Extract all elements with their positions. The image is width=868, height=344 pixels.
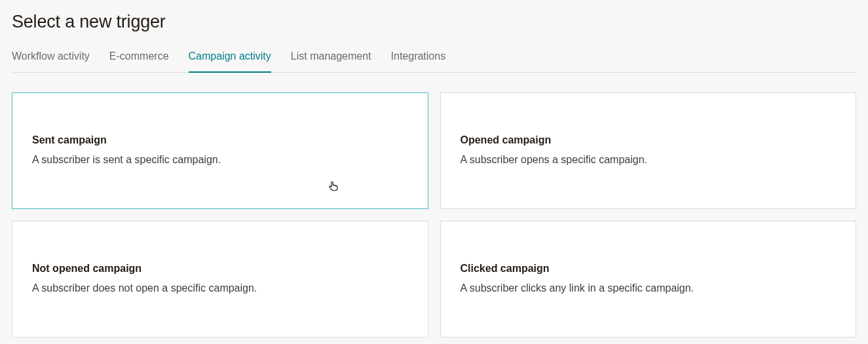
tab-list-management[interactable]: List management — [291, 50, 371, 73]
card-description: A subscriber opens a specific campaign. — [461, 153, 837, 167]
tab-integrations[interactable]: Integrations — [391, 50, 446, 73]
card-sent-campaign[interactable]: Sent campaign A subscriber is sent a spe… — [12, 92, 428, 209]
tab-campaign-activity[interactable]: Campaign activity — [189, 50, 271, 73]
tab-workflow-activity[interactable]: Workflow activity — [12, 50, 90, 73]
card-title: Clicked campaign — [461, 263, 837, 275]
tabs-nav: Workflow activity E-commerce Campaign ac… — [12, 50, 856, 73]
card-title: Sent campaign — [32, 134, 408, 146]
card-opened-campaign[interactable]: Opened campaign A subscriber opens a spe… — [440, 92, 857, 209]
tab-e-commerce[interactable]: E-commerce — [109, 50, 169, 73]
card-title: Opened campaign — [461, 134, 837, 146]
card-title: Not opened campaign — [32, 263, 408, 275]
card-description: A subscriber does not open a specific ca… — [32, 281, 408, 296]
page-title: Select a new trigger — [12, 12, 856, 32]
card-not-opened-campaign[interactable]: Not opened campaign A subscriber does no… — [12, 221, 428, 337]
card-clicked-campaign[interactable]: Clicked campaign A subscriber clicks any… — [440, 221, 857, 337]
card-description: A subscriber is sent a specific campaign… — [32, 153, 408, 167]
trigger-cards-grid: Sent campaign A subscriber is sent a spe… — [12, 92, 856, 337]
card-description: A subscriber clicks any link in a specif… — [461, 281, 837, 296]
